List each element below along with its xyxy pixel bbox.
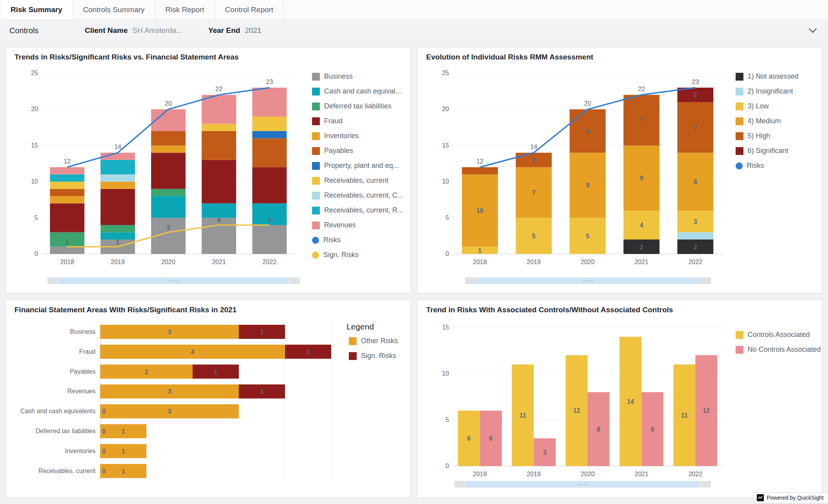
svg-text:12: 12 bbox=[573, 407, 580, 414]
legend-item-other-risks[interactable]: Other Risks bbox=[349, 337, 398, 345]
powered-by-label: Powered by QuickSight bbox=[767, 495, 824, 501]
svg-text:8: 8 bbox=[597, 426, 600, 433]
svg-text:3: 3 bbox=[693, 218, 697, 225]
trends-risks-chart[interactable]: 0510152025201820192020202120221214202223… bbox=[12, 63, 310, 274]
scrollbar-button[interactable] bbox=[701, 481, 711, 488]
legend-swatch-icon bbox=[736, 103, 743, 110]
svg-text:23: 23 bbox=[692, 79, 699, 85]
svg-text:25: 25 bbox=[442, 70, 449, 76]
legend-label: 5) High bbox=[748, 132, 770, 140]
legend-item-receivables-current-c[interactable]: Receivables, current, C... bbox=[312, 191, 403, 200]
legend-item-1-not-assessed[interactable]: 1) Not assessed bbox=[736, 72, 799, 81]
bars[interactable]: 110572596249723872 bbox=[462, 88, 713, 254]
legend-label: Controls Associated bbox=[748, 331, 810, 339]
tab-risk-report[interactable]: Risk Report bbox=[155, 0, 215, 20]
svg-text:2022: 2022 bbox=[688, 471, 702, 477]
bars[interactable]: 661131281481112 bbox=[458, 337, 717, 466]
svg-text:2021: 2021 bbox=[634, 259, 648, 265]
tab-risk-summary[interactable]: Risk Summary bbox=[0, 0, 73, 20]
horizontal-scrollbar[interactable] bbox=[455, 481, 711, 488]
legend-item-risks[interactable]: Risks bbox=[736, 162, 799, 170]
tab-controls-summary[interactable]: Controls Summary bbox=[73, 0, 155, 20]
legend-swatch-icon bbox=[312, 221, 320, 229]
legend-label: Business bbox=[324, 72, 353, 81]
rmm-assessment-chart[interactable]: 0510152025201820192020202120221105725962… bbox=[424, 63, 733, 274]
legend-item-5-high[interactable]: 5) High bbox=[736, 132, 799, 140]
svg-text:2019: 2019 bbox=[527, 471, 541, 477]
legend-item-no-controls-associated[interactable]: No Controls Associated bbox=[736, 346, 821, 354]
scrollbar-button[interactable] bbox=[290, 277, 300, 284]
year-end-value[interactable]: 2021 bbox=[245, 26, 261, 35]
legend-swatch-icon bbox=[349, 337, 357, 345]
panel-rmm-assessment: Evolution of Individual Risks RMM Assess… bbox=[417, 47, 823, 293]
horizontal-scrollbar[interactable] bbox=[465, 277, 711, 284]
legend-item-payables[interactable]: Payables bbox=[312, 147, 403, 155]
powered-by-quicksight-badge[interactable]: Powered by QuickSight bbox=[753, 492, 828, 503]
svg-text:Business: Business bbox=[70, 328, 96, 335]
svg-text:15: 15 bbox=[442, 142, 449, 149]
svg-text:20: 20 bbox=[584, 100, 591, 107]
svg-text:9: 9 bbox=[640, 175, 643, 182]
legend-label: Other Risks bbox=[361, 337, 398, 345]
legend-item-4-medium[interactable]: 4) Medium bbox=[736, 117, 799, 125]
svg-text:3: 3 bbox=[168, 408, 171, 415]
svg-text:11: 11 bbox=[681, 412, 687, 419]
legend-label: 3) Low bbox=[748, 102, 769, 110]
client-name-value[interactable]: SH Amsterda... bbox=[132, 26, 182, 35]
legend-item-business[interactable]: Business bbox=[312, 72, 403, 81]
legend-item-cash-and-cash-equival[interactable]: Cash and cash equival... bbox=[312, 87, 403, 95]
svg-text:1: 1 bbox=[122, 448, 125, 455]
legend-item-revenues[interactable]: Revenues bbox=[312, 221, 403, 229]
legend-item-deferred-tax-liabilities[interactable]: Deferred tax liabilities bbox=[312, 102, 403, 110]
legend-label: Risks bbox=[747, 162, 764, 170]
legend-item-inventories[interactable]: Inventories bbox=[312, 132, 403, 140]
legend-item-receivables-current[interactable]: Receivables, current bbox=[312, 176, 403, 185]
horizontal-scrollbar[interactable] bbox=[47, 277, 300, 284]
legend-item-2-insignificant[interactable]: 2) Insignificant bbox=[736, 87, 799, 95]
bars[interactable]: 3141213130101010 bbox=[100, 325, 331, 478]
tab-control-report[interactable]: Control Report bbox=[215, 0, 284, 20]
legend-swatch-icon bbox=[312, 132, 320, 140]
svg-text:22: 22 bbox=[215, 86, 222, 92]
client-name-label: Client Name bbox=[85, 26, 128, 35]
svg-text:15: 15 bbox=[31, 142, 38, 149]
scrollbar-thumb[interactable] bbox=[58, 277, 289, 284]
legend-item-sign-risks[interactable]: Sign. Risks bbox=[312, 251, 403, 259]
legend-label: Fraud bbox=[324, 117, 343, 125]
svg-text:Payables: Payables bbox=[70, 368, 96, 375]
svg-text:Fraud: Fraud bbox=[79, 348, 96, 355]
legend-item-3-low[interactable]: 3) Low bbox=[736, 102, 799, 110]
fsa-risks-chart[interactable]: BusinessFraudPayablesRevenuesCash and ca… bbox=[12, 316, 341, 490]
legend-item-risks[interactable]: Risks bbox=[312, 236, 403, 244]
svg-text:1: 1 bbox=[122, 468, 125, 475]
svg-text:5: 5 bbox=[586, 233, 589, 239]
legend-swatch-icon bbox=[349, 352, 357, 360]
legend-item-6-significant[interactable]: 6) Significant bbox=[736, 147, 799, 155]
quicksight-logo-icon bbox=[757, 494, 764, 501]
legend-item-fraud[interactable]: Fraud bbox=[312, 117, 403, 125]
legend-item-property-plant-and-eq[interactable]: Property, plant and eq... bbox=[312, 162, 403, 170]
tab-bar: Risk SummaryControls SummaryRisk ReportC… bbox=[0, 0, 828, 20]
year-end-field[interactable]: Year End 2021 bbox=[208, 26, 262, 35]
scrollbar-button[interactable] bbox=[701, 277, 711, 284]
scrollbar-button[interactable] bbox=[455, 481, 465, 488]
svg-text:2: 2 bbox=[640, 244, 643, 250]
scrollbar-thumb[interactable] bbox=[465, 481, 700, 488]
scrollbar-button[interactable] bbox=[465, 277, 475, 284]
svg-text:2: 2 bbox=[532, 157, 535, 164]
legend-item-controls-associated[interactable]: Controls Associated bbox=[736, 331, 821, 339]
svg-text:2: 2 bbox=[145, 369, 148, 375]
panel-title: Trend in Risks With Associated Controls/… bbox=[426, 306, 816, 314]
svg-text:1: 1 bbox=[65, 239, 69, 245]
scrollbar-button[interactable] bbox=[47, 277, 58, 284]
legend-swatch-icon bbox=[736, 117, 743, 125]
chevron-down-icon[interactable] bbox=[808, 28, 817, 33]
svg-text:0: 0 bbox=[446, 250, 449, 257]
controls-trend-chart[interactable]: 0510152018201920202021202266113128148111… bbox=[424, 316, 733, 478]
client-name-field[interactable]: Client Name SH Amsterda... bbox=[85, 26, 182, 35]
svg-text:22: 22 bbox=[638, 86, 645, 92]
svg-text:Deferred tax liabilities: Deferred tax liabilities bbox=[36, 428, 96, 434]
legend-item-receivables-current-r[interactable]: Receivables, current, R... bbox=[312, 206, 403, 214]
legend-item-sign-risks[interactable]: Sign. Risks bbox=[349, 352, 398, 360]
scrollbar-thumb[interactable] bbox=[476, 277, 700, 284]
